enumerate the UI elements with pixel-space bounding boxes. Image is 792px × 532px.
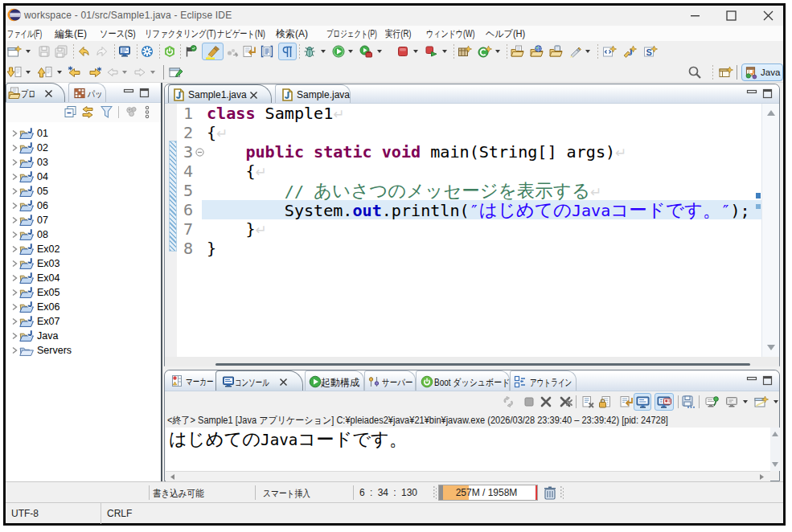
new-class-dropdown[interactable] — [495, 50, 500, 53]
view-menu-icon[interactable] — [144, 105, 150, 119]
clear-console-icon[interactable] — [581, 395, 594, 408]
run-external-tool-icon[interactable] — [425, 45, 437, 58]
chevron-icon[interactable] — [10, 158, 18, 166]
editor-hscrollbar[interactable] — [165, 357, 779, 366]
open-resource-icon[interactable] — [549, 45, 563, 58]
sample1-close-icon[interactable] — [249, 91, 258, 100]
search-icon[interactable] — [687, 65, 700, 78]
editor-vscrollbar[interactable] — [761, 104, 779, 357]
menu-navigate[interactable]: ナビゲート(N) — [217, 27, 265, 41]
stop-icon[interactable] — [396, 45, 409, 58]
close-button[interactable] — [756, 6, 780, 26]
forward-icon[interactable] — [133, 66, 146, 79]
save-icon[interactable] — [38, 45, 51, 58]
open-perspective-icon[interactable] — [719, 66, 733, 79]
menu-refactor[interactable]: リファクタリング(T) — [145, 27, 216, 41]
console-relaunch-icon[interactable] — [502, 395, 515, 408]
drag-handle-icon[interactable] — [433, 486, 437, 499]
chevron-icon[interactable] — [10, 317, 18, 325]
last-edit-location-icon[interactable] — [242, 45, 257, 58]
editor-hscroll-thumb[interactable] — [215, 363, 750, 366]
symbols-flag-icon[interactable] — [184, 45, 197, 58]
tree-item-01[interactable]: 01 — [6, 126, 161, 141]
tree-item-08[interactable]: 08 — [6, 227, 161, 242]
console-close-icon[interactable] — [279, 378, 288, 387]
new-wizard-icon[interactable] — [7, 45, 22, 58]
tree-item-03[interactable]: 03 — [6, 155, 161, 170]
overview-mark[interactable] — [756, 193, 761, 198]
new-junit-icon[interactable]: J — [622, 45, 637, 58]
undo-icon[interactable] — [77, 45, 90, 58]
console-output-area[interactable]: はじめてのJavaコードです。 — [166, 428, 770, 471]
chevron-icon[interactable] — [10, 260, 18, 268]
filter-icon[interactable] — [101, 105, 113, 119]
tab-sample1-java[interactable]: Sample1.java — [168, 84, 272, 103]
chevron-icon[interactable] — [10, 245, 18, 253]
scroll-down-icon[interactable] — [771, 460, 779, 469]
next-annotation-icon[interactable] — [7, 66, 22, 79]
stop-dropdown[interactable] — [413, 50, 418, 53]
open-web-browser-icon[interactable] — [530, 45, 544, 58]
gear-icon[interactable] — [141, 45, 154, 58]
menu-search[interactable]: 検索(A) — [276, 27, 308, 41]
pin-editor-icon[interactable] — [169, 66, 183, 79]
tab-outline[interactable]: アウトライン — [510, 370, 577, 391]
tree-item-ex03[interactable]: Ex03 — [6, 256, 161, 271]
previous-annotation-icon[interactable] — [38, 66, 52, 79]
tab-servers[interactable]: サーバー — [364, 370, 416, 391]
pin-console-icon[interactable] — [705, 395, 720, 408]
save-console-icon[interactable] — [681, 395, 696, 408]
show-selected-element-icon[interactable] — [261, 45, 273, 58]
open-type-icon[interactable] — [511, 45, 524, 58]
translation-highlight-toggle[interactable] — [202, 43, 224, 60]
chevron-icon[interactable] — [10, 216, 18, 224]
overview-mark[interactable] — [756, 204, 761, 209]
maximize-button[interactable] — [719, 6, 743, 26]
chevron-icon[interactable] — [10, 274, 18, 282]
remove-all-terminated-icon[interactable] — [559, 395, 572, 408]
mark-occurrences-dropdown[interactable] — [585, 50, 590, 53]
tree-item-java[interactable]: Java — [6, 329, 161, 343]
tab-markers[interactable]: マーカー — [167, 370, 215, 391]
explorer-minimize-icon[interactable] — [123, 88, 150, 97]
working-set-icon[interactable] — [125, 105, 138, 119]
chevron-icon[interactable] — [10, 173, 18, 181]
run-external-tool-dropdown[interactable] — [442, 50, 447, 53]
open-console-dropdown[interactable] — [774, 400, 778, 403]
run-dropdown[interactable] — [348, 50, 353, 53]
save-all-icon[interactable] — [55, 45, 68, 58]
code-area[interactable]: 1 2 3 4 5 6 7 8 class Sampl — [165, 104, 779, 357]
back-dropdown[interactable] — [122, 71, 127, 74]
tab-console[interactable]: コンソール — [215, 370, 303, 391]
collapse-all-icon[interactable] — [64, 105, 77, 119]
back-edit-location-icon[interactable] — [68, 66, 83, 79]
tab-launch-configs[interactable]: 起動構成 — [305, 370, 364, 391]
project-explorer-close-icon[interactable] — [44, 89, 53, 98]
menu-help[interactable]: ヘルプ(H) — [486, 27, 525, 41]
next-annotation-dropdown[interactable] — [26, 71, 31, 74]
drag-handle-icon[interactable] — [560, 486, 564, 499]
tree-item-servers[interactable]: Servers — [6, 343, 161, 358]
menu-project[interactable]: プロジェクト(P) — [326, 27, 377, 41]
garbage-collect-button[interactable] — [542, 485, 558, 501]
scroll-up-icon[interactable] — [771, 430, 779, 438]
tab-package-explorer[interactable]: パッ — [68, 83, 106, 102]
mark-occurrences-icon[interactable] — [568, 45, 581, 58]
scroll-right-icon[interactable] — [758, 473, 765, 481]
new-wizard-dropdown[interactable] — [26, 50, 31, 53]
chevron-icon[interactable] — [10, 231, 18, 239]
tree-item-ex06[interactable]: Ex06 — [6, 300, 161, 314]
back-icon[interactable] — [106, 66, 119, 79]
tree-item-05[interactable]: 05 — [6, 184, 161, 198]
terminal-icon[interactable] — [118, 45, 131, 58]
menu-source[interactable]: ソース(S) — [100, 27, 136, 41]
chevron-icon[interactable] — [10, 129, 18, 137]
spring-boot-icon[interactable] — [163, 45, 176, 58]
tree-item-06[interactable]: 06 — [6, 198, 161, 213]
scroll-lock-icon[interactable] — [598, 395, 611, 408]
chevron-icon[interactable] — [10, 289, 18, 297]
show-stdout-toggle[interactable] — [634, 393, 651, 411]
new-spring-icon[interactable]: S — [643, 45, 658, 58]
tree-item-ex04[interactable]: Ex04 — [6, 271, 161, 285]
java-perspective-button[interactable]: Java — [741, 63, 783, 81]
